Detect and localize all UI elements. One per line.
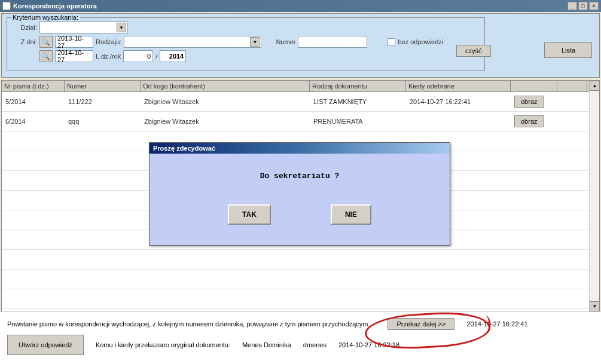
utworz-odpowiedz-button[interactable]: Utwórz odpowiedź [7,335,84,355]
table-row [2,289,599,309]
close-button[interactable]: × [589,2,599,10]
vertical-scrollbar[interactable]: ▲ ▼ [589,81,599,311]
table-row [2,270,599,289]
bez-odpowiedzi-checkbox[interactable] [388,38,395,46]
obraz-button[interactable]: obraz [514,115,544,127]
zdni-label: Z dni: [13,38,37,45]
date-from-button[interactable]: 🔍 [39,36,53,48]
table-row[interactable]: 6/2014 qqq Zbigniew Witaszek PRENUMERATA… [2,112,599,131]
app-icon [2,2,11,10]
bottom-note: Powstanie pismo w korespondencji wychodz… [7,320,370,328]
przekaz-button[interactable]: Przekaż dalej >> [388,318,454,330]
search-panel: Kryterium wyszukania: Dział: ▼ Z dni: 🔍 … [1,13,600,78]
dialog-no-button[interactable]: NIE [331,204,371,225]
ldz-sep: / [155,53,157,60]
komu-label: Komu i kiedy przekazano oryginał dokumen… [96,341,230,348]
rodzaju-label: Rodzaju: [96,38,121,45]
dzial-label: Dział: [13,24,37,31]
table-row [2,250,599,270]
th-rodzaj[interactable]: Rodzaj dokumentu [310,81,406,91]
confirm-dialog: Proszę zdecydować Do sekretariatu ? TAK … [149,142,450,246]
dzial-dropdown[interactable]: ▼ [39,22,128,33]
ldz-num-input[interactable]: 0 [123,50,153,62]
komu-name: Menes Dominika [242,341,291,348]
table-header: Nr pisma (l.dz.) Numer Od kogo (kontrahe… [2,81,599,92]
przekaz-date: 2014-10-27 16:22:41 [466,320,527,328]
dialog-message: Do sekretariatu ? [161,172,438,181]
minimize-button[interactable]: _ [568,2,577,10]
scroll-down-icon[interactable]: ▼ [590,301,600,311]
search-icon: 🔍 [42,53,50,60]
numer-input[interactable] [298,36,367,48]
numer-label: Numer [276,38,295,45]
dialog-title: Proszę zdecydować [150,143,450,154]
th-numer[interactable]: Numer [65,81,141,91]
lista-button[interactable]: Lista [544,42,592,58]
obraz-button[interactable]: obraz [514,96,544,108]
komu-date: 2014-10-27 16:22:18 [338,341,399,348]
th-od[interactable]: Od kogo (kontrahent) [141,81,310,91]
czysc-button[interactable]: czyść [456,45,491,57]
chevron-down-icon: ▼ [117,23,126,32]
titlebar: Korespondencja operatora _ □ × [0,0,601,12]
th-nr[interactable]: Nr pisma (l.dz.) [2,81,65,91]
chevron-down-icon: ▼ [250,37,260,47]
date-from-input[interactable]: 2013-10-27 [55,36,93,48]
dialog-yes-button[interactable]: TAK [228,204,271,225]
date-to-input[interactable]: 2014-10-27 [55,50,93,62]
date-to-button[interactable]: 🔍 [39,50,53,62]
scroll-up-icon[interactable]: ▲ [590,81,600,91]
th-kiedy[interactable]: Kiedy odebrane [406,81,511,91]
komu-login: dmenes [303,341,327,348]
th-7[interactable] [557,81,587,91]
ldz-year-input[interactable]: 2014 [160,50,186,62]
ldz-label: L.dz./rok [96,53,121,60]
window-title: Korespondencja operatora [13,2,97,10]
search-legend: Kryterium wyszukania: [11,14,80,21]
table-row[interactable]: 5/2014 111/222 Zbigniew Witaszek LIST ZA… [2,92,599,112]
bottom-panel: Powstanie pismo w korespondencji wychodz… [0,311,601,364]
bez-odpowiedzi-label: bez odpowiedzi [398,38,443,45]
rodzaju-dropdown[interactable]: ▼ [124,36,261,48]
search-icon: 🔍 [42,38,50,46]
maximize-button[interactable]: □ [578,2,588,10]
th-6[interactable] [511,81,557,91]
